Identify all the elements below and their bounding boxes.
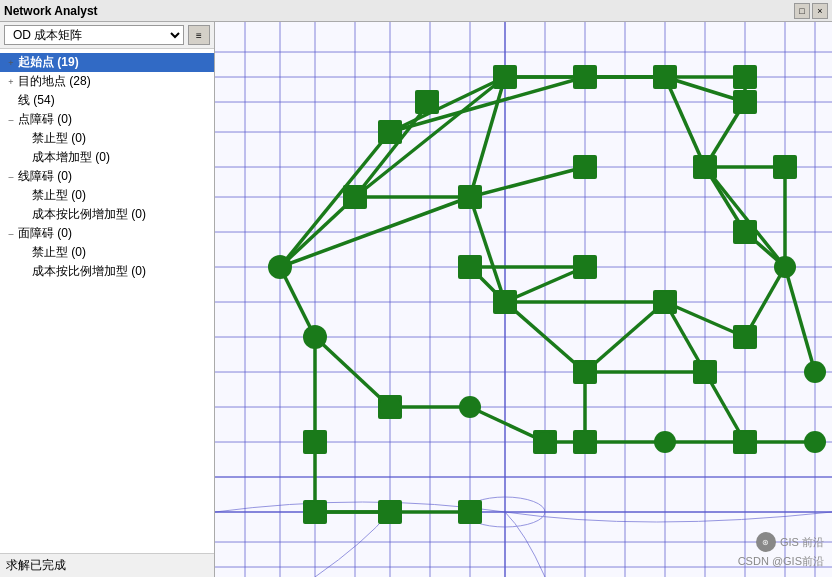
svg-rect-96 (733, 90, 757, 114)
svg-rect-102 (573, 255, 597, 279)
tree-expander[interactable]: – (4, 113, 18, 127)
svg-point-129 (574, 431, 596, 453)
watermark-line2: CSDN @GIS前沿 (738, 554, 824, 569)
panel-toolbar: OD 成本矩阵 ≡ (0, 22, 214, 49)
svg-rect-101 (493, 290, 517, 314)
tree-item-polybarrier-type2[interactable]: 成本按比例增加型 (0) (0, 262, 214, 281)
title-bar: Network Analyst □ × (0, 0, 832, 22)
svg-rect-113 (303, 430, 327, 454)
panel-menu-button[interactable]: ≡ (188, 25, 210, 45)
tree-expander (4, 94, 18, 108)
tree-item-label: 成本按比例增加型 (0) (32, 263, 146, 280)
tree-expander[interactable]: – (4, 227, 18, 241)
svg-point-131 (574, 361, 596, 383)
tree-expander (18, 265, 32, 279)
tree-expander (18, 151, 32, 165)
tree-expander[interactable]: + (4, 75, 18, 89)
tree-panel: +起始点 (19)+目的地点 (28)线 (54)–点障碍 (0)禁止型 (0)… (0, 49, 214, 553)
svg-point-122 (694, 156, 716, 178)
svg-rect-87 (343, 185, 367, 209)
svg-rect-97 (573, 155, 597, 179)
window-title: Network Analyst (4, 4, 98, 18)
svg-rect-91 (458, 255, 482, 279)
tree-item-label: 禁止型 (0) (32, 130, 86, 147)
svg-rect-104 (733, 325, 757, 349)
tree-item-label: 线障碍 (0) (18, 168, 72, 185)
tree-expander[interactable]: – (4, 170, 18, 184)
window-controls: □ × (794, 3, 828, 19)
svg-point-133 (535, 432, 555, 452)
map-area[interactable]: ⊛ GIS 前沿 CSDN @GIS前沿 (215, 22, 832, 577)
tree-item-label: 成本增加型 (0) (32, 149, 110, 166)
tree-item-label: 线 (54) (18, 92, 55, 109)
tree-item-pointbarrier[interactable]: –点障碍 (0) (0, 110, 214, 129)
analysis-type-dropdown[interactable]: OD 成本矩阵 (4, 25, 184, 45)
svg-point-121 (654, 66, 676, 88)
svg-rect-112 (458, 500, 482, 524)
main-container: OD 成本矩阵 ≡ +起始点 (19)+目的地点 (28)线 (54)–点障碍 … (0, 22, 832, 577)
tree-expander (18, 132, 32, 146)
watermark-icon: ⊛ (756, 532, 776, 552)
watermark-line1: GIS 前沿 (780, 535, 824, 550)
tree-expander (18, 208, 32, 222)
minimize-button[interactable]: □ (794, 3, 810, 19)
watermark: ⊛ GIS 前沿 CSDN @GIS前沿 (738, 532, 824, 569)
svg-rect-88 (378, 120, 402, 144)
close-button[interactable]: × (812, 3, 828, 19)
svg-rect-92 (493, 65, 517, 89)
svg-point-125 (804, 361, 826, 383)
tree-item-polybarrier[interactable]: –面障碍 (0) (0, 224, 214, 243)
svg-point-128 (654, 431, 676, 453)
tree-item-linebarrier-type1[interactable]: 禁止型 (0) (0, 186, 214, 205)
svg-point-124 (774, 256, 796, 278)
tree-item-polybarrier-type1[interactable]: 禁止型 (0) (0, 243, 214, 262)
tree-item-label: 起始点 (19) (18, 54, 79, 71)
svg-rect-90 (458, 185, 482, 209)
tree-item-linebarrier-type2[interactable]: 成本按比例增加型 (0) (0, 205, 214, 224)
svg-point-117 (379, 396, 401, 418)
svg-point-130 (654, 291, 676, 313)
status-bar: 求解已完成 (0, 553, 214, 577)
svg-point-126 (734, 431, 756, 453)
svg-rect-110 (378, 500, 402, 524)
tree-item-label: 成本按比例增加型 (0) (32, 206, 146, 223)
svg-rect-89 (415, 90, 439, 114)
tree-expander[interactable]: + (4, 56, 18, 70)
tree-expander (18, 246, 32, 260)
svg-point-119 (304, 501, 326, 523)
tree-item-dest[interactable]: +目的地点 (28) (0, 72, 214, 91)
tree-item-linebarrier[interactable]: –线障碍 (0) (0, 167, 214, 186)
tree-item-label: 禁止型 (0) (32, 187, 86, 204)
tree-item-label: 目的地点 (28) (18, 73, 91, 90)
left-panel: OD 成本矩阵 ≡ +起始点 (19)+目的地点 (28)线 (54)–点障碍 … (0, 22, 215, 577)
svg-point-120 (574, 66, 596, 88)
status-text: 求解已完成 (6, 558, 66, 572)
tree-item-pointbarrier-type2[interactable]: 成本增加型 (0) (0, 148, 214, 167)
tree-item-label: 面障碍 (0) (18, 225, 72, 242)
tree-item-label: 点障碍 (0) (18, 111, 72, 128)
svg-rect-99 (733, 220, 757, 244)
svg-point-115 (268, 255, 292, 279)
tree-item-label: 禁止型 (0) (32, 244, 86, 261)
svg-point-132 (694, 361, 716, 383)
map-canvas (215, 22, 832, 577)
tree-expander (18, 189, 32, 203)
svg-point-127 (804, 431, 826, 453)
tree-item-start[interactable]: +起始点 (19) (0, 53, 214, 72)
svg-point-118 (459, 396, 481, 418)
svg-point-116 (303, 325, 327, 349)
tree-item-line[interactable]: 线 (54) (0, 91, 214, 110)
tree-item-pointbarrier-type1[interactable]: 禁止型 (0) (0, 129, 214, 148)
svg-rect-95 (733, 65, 757, 89)
svg-point-123 (774, 156, 796, 178)
